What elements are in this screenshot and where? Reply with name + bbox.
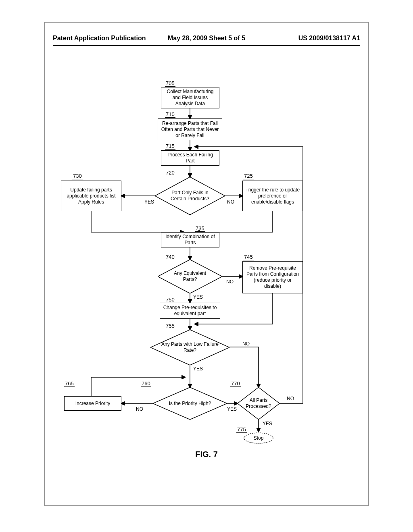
box-765-text: Increase Priority (75, 401, 111, 407)
ref-760: 760 (141, 380, 151, 387)
box-730: Update failing parts applicable products… (61, 181, 121, 211)
label-760-yes: YES (227, 406, 237, 412)
figure-label: FIG. 7 (45, 450, 368, 459)
label-740-yes: YES (193, 294, 203, 300)
ref-770: 770 (230, 380, 241, 387)
box-750: Change Pre-requisites to equivalent part (160, 303, 220, 319)
label-720-no: NO (227, 199, 234, 205)
ref-715: 715 (165, 143, 175, 150)
decision-740: Any Equivalent Parts? (158, 260, 222, 293)
ref-710: 710 (165, 111, 175, 118)
label-770-yes: YES (263, 421, 272, 426)
ref-765: 765 (64, 380, 75, 387)
label-740-no: NO (226, 279, 234, 285)
label-755-yes: YES (193, 366, 203, 372)
decision-770: All Parts Processed? (238, 387, 280, 420)
box-715-text: Process Each Failing Part (164, 152, 217, 164)
decision-760: Is the Priority High? (153, 387, 227, 420)
label-720-yes: YES (144, 199, 154, 205)
decision-770-text: All Parts Processed? (238, 387, 280, 420)
label-760-no: NO (136, 406, 143, 412)
label-755-no: NO (242, 341, 250, 347)
ref-745: 745 (243, 254, 254, 260)
box-710-text: Re-arrange Parts that Fail Often and Par… (161, 121, 219, 139)
box-750-text: Change Pre-requisites to equivalent part (163, 305, 217, 317)
ref-730: 730 (72, 173, 83, 179)
box-735-text: Identify Combination of Parts (164, 234, 217, 246)
box-710: Re-arrange Parts that Fail Often and Par… (158, 118, 222, 140)
box-765: Increase Priority (64, 396, 121, 411)
terminator-stop-text: Stop (254, 435, 264, 441)
ref-720: 720 (165, 170, 175, 176)
flowchart: 705 Collect Manufacturing and Field Issu… (45, 79, 368, 482)
box-730-text: Update failing parts applicable products… (64, 187, 119, 205)
box-725-text: Trigger the rule to update preference or… (245, 187, 300, 205)
ref-725: 725 (243, 173, 254, 179)
box-725: Trigger the rule to update preference or… (242, 181, 303, 211)
ref-735: 735 (195, 225, 205, 232)
ref-705: 705 (165, 80, 175, 87)
box-745-text: Remove Pre-requisite Parts from Configur… (245, 265, 300, 289)
box-705-text: Collect Manufacturing and Field Issues A… (164, 89, 217, 107)
ref-750: 750 (165, 297, 175, 303)
label-770-no: NO (287, 396, 294, 401)
decision-740-text: Any Equivalent Parts? (158, 260, 222, 293)
decision-760-text: Is the Priority High? (153, 387, 227, 420)
decision-755-text: Any Parts with Low Failure Rate? (150, 330, 229, 365)
terminator-stop: Stop (243, 432, 274, 444)
page-border: Patent Application Publication May 28, 2… (44, 22, 369, 506)
header-right: US 2009/0138117 A1 (298, 35, 360, 42)
ref-755: 755 (165, 323, 175, 329)
box-715: Process Each Failing Part (161, 150, 219, 166)
decision-720-text: Part Only Fails in Certain Products? (155, 177, 225, 215)
box-735: Identify Combination of Parts (161, 232, 219, 247)
decision-720: Part Only Fails in Certain Products? (155, 177, 225, 215)
decision-755: Any Parts with Low Failure Rate? (150, 330, 229, 365)
header-rule (53, 45, 360, 46)
box-745: Remove Pre-requisite Parts from Configur… (242, 261, 303, 293)
box-705: Collect Manufacturing and Field Issues A… (161, 87, 219, 108)
